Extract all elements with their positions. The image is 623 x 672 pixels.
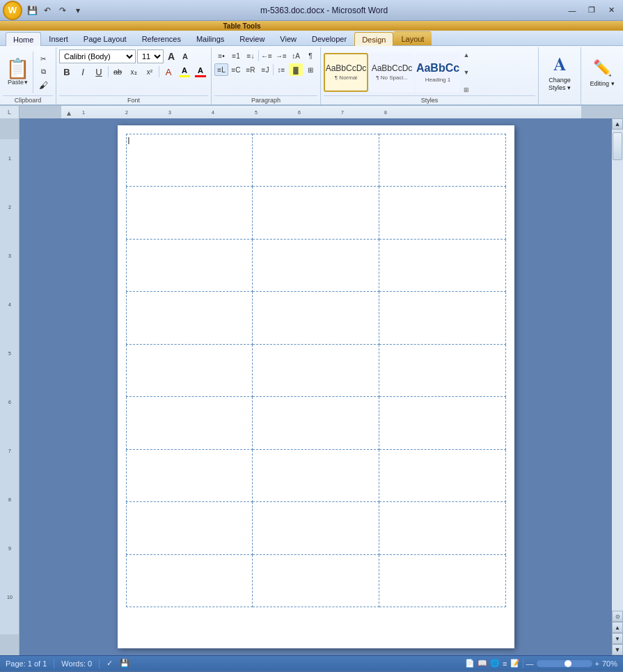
tab-developer[interactable]: Developer (304, 31, 354, 45)
table-cell[interactable] (379, 502, 505, 554)
redo-quick-btn[interactable]: ↷ (56, 3, 70, 17)
line-spacing-button[interactable]: ↕≡ (274, 63, 288, 76)
borders-button[interactable]: ⊞ (303, 63, 317, 76)
clear-format-button[interactable]: A (161, 65, 176, 79)
table-cell[interactable] (126, 134, 253, 187)
style-normal[interactable]: AaBbCcDc ¶ Normal (324, 53, 368, 92)
subscript-button[interactable]: x₂ (126, 65, 141, 79)
style-no-spacing[interactable]: AaBbCcDc ¶ No Spaci... (370, 53, 414, 92)
select-browse-button[interactable]: ⊙ (612, 611, 623, 622)
minimize-btn[interactable]: — (563, 4, 581, 17)
table-cell[interactable] (379, 344, 505, 396)
table-cell[interactable] (379, 239, 505, 291)
table-cell[interactable] (253, 554, 379, 607)
restore-btn[interactable]: ❐ (583, 4, 601, 17)
font-color-button[interactable]: A (193, 65, 208, 79)
show-para-button[interactable]: ¶ (303, 49, 317, 62)
italic-button[interactable]: I (75, 65, 90, 79)
tab-page-layout[interactable]: Page Layout (76, 31, 134, 45)
ruler-corner[interactable]: L (0, 106, 19, 118)
zoom-slider[interactable] (537, 660, 592, 667)
table-cell[interactable] (379, 292, 505, 344)
scroll-thumb[interactable] (613, 132, 622, 160)
align-right-button[interactable]: ≡R (244, 63, 258, 76)
change-styles-button[interactable]: 𝐀 ChangeStyles ▾ (542, 52, 578, 94)
table-cell[interactable] (253, 502, 379, 554)
table-cell[interactable] (126, 344, 253, 396)
bold-button[interactable]: B (59, 65, 74, 79)
proofing-icon[interactable]: ✓ (107, 659, 113, 668)
styles-more[interactable]: ⊞ (462, 86, 471, 93)
align-center-button[interactable]: ≡C (229, 63, 243, 76)
scroll-track[interactable] (612, 130, 623, 611)
zoom-level[interactable]: 70% (602, 659, 617, 668)
tab-references[interactable]: References (134, 31, 189, 45)
tab-insert[interactable]: Insert (41, 31, 76, 45)
align-left-button[interactable]: ≡L (214, 63, 228, 76)
customize-quick-btn[interactable]: ▾ (71, 3, 85, 17)
grow-font-button[interactable]: A (165, 50, 178, 63)
table-cell[interactable] (126, 502, 253, 554)
cut-button[interactable]: ✂ (36, 53, 51, 65)
table-cell[interactable] (126, 554, 253, 607)
tab-mailings[interactable]: Mailings (189, 31, 232, 45)
sort-button[interactable]: ↕A (289, 49, 303, 62)
scroll-up-button[interactable]: ▲ (612, 118, 623, 130)
font-name-select[interactable]: Calibri (Body) (59, 49, 136, 63)
underline-button[interactable]: U (91, 65, 107, 79)
zoom-out-button[interactable]: — (526, 659, 534, 668)
save-icon[interactable]: 💾 (120, 659, 129, 668)
table-cell[interactable] (126, 239, 253, 291)
table-cell[interactable] (253, 187, 379, 239)
close-btn[interactable]: ✕ (602, 4, 620, 17)
table-cell[interactable] (379, 397, 505, 449)
increase-indent-button[interactable]: →≡ (274, 49, 288, 62)
table-cell[interactable] (126, 292, 253, 344)
tab-view[interactable]: View (272, 31, 304, 45)
style-heading1[interactable]: AaBbCc Heading 1 (416, 53, 460, 92)
zoom-thumb[interactable] (565, 660, 571, 667)
table-cell[interactable] (253, 292, 379, 344)
table-cell[interactable] (379, 187, 505, 239)
table-cell[interactable] (253, 449, 379, 501)
next-page-button[interactable]: ▼ (612, 633, 623, 644)
document-page[interactable] (118, 125, 514, 648)
justify-button[interactable]: ≡J (258, 63, 272, 76)
tab-design[interactable]: Design (354, 32, 393, 46)
styles-scroll-up[interactable]: ▲ (462, 52, 471, 58)
office-button[interactable]: W (3, 1, 22, 20)
table-cell[interactable] (253, 397, 379, 449)
zoom-in-button[interactable]: + (595, 659, 599, 668)
view-outline-btn[interactable]: ≡ (503, 659, 507, 668)
shading-button[interactable]: ▓ (289, 63, 303, 76)
view-fullscreen-btn[interactable]: 📖 (478, 659, 487, 668)
view-normal-btn[interactable]: 📄 (465, 659, 475, 668)
scroll-down-button[interactable]: ▼ (612, 644, 623, 655)
document-area[interactable] (19, 118, 612, 655)
table-cell[interactable] (379, 554, 505, 607)
format-painter-button[interactable]: 🖌 (36, 79, 51, 91)
shrink-font-button[interactable]: A (179, 50, 191, 63)
table-cell[interactable] (253, 344, 379, 396)
table-cell[interactable] (253, 239, 379, 291)
multilevel-button[interactable]: ≡↓ (244, 49, 258, 62)
styles-scroll-down[interactable]: ▼ (462, 69, 471, 76)
table-cell[interactable] (126, 397, 253, 449)
table-cell[interactable] (253, 134, 379, 187)
page-status[interactable]: Page: 1 of 1 (6, 659, 47, 668)
undo-quick-btn[interactable]: ↶ (40, 3, 54, 17)
decrease-indent-button[interactable]: ←≡ (260, 49, 274, 62)
copy-button[interactable]: ⧉ (36, 65, 51, 78)
font-size-select[interactable]: 11 (137, 49, 164, 63)
table-cell[interactable] (126, 449, 253, 501)
strikethrough-button[interactable]: ab (110, 65, 125, 79)
bullets-button[interactable]: ≡• (214, 49, 228, 62)
prev-page-button[interactable]: ▲ (612, 622, 623, 633)
tab-layout[interactable]: Layout (393, 31, 432, 45)
word-table[interactable] (126, 134, 506, 607)
tab-review[interactable]: Review (232, 31, 272, 45)
table-cell[interactable] (126, 187, 253, 239)
highlight-color-button[interactable]: A (177, 65, 192, 79)
vertical-scrollbar[interactable]: ▲ ⊙ ▲ ▼ ▼ (612, 118, 623, 655)
editing-button[interactable]: ✏️ Editing ▾ (584, 55, 620, 90)
